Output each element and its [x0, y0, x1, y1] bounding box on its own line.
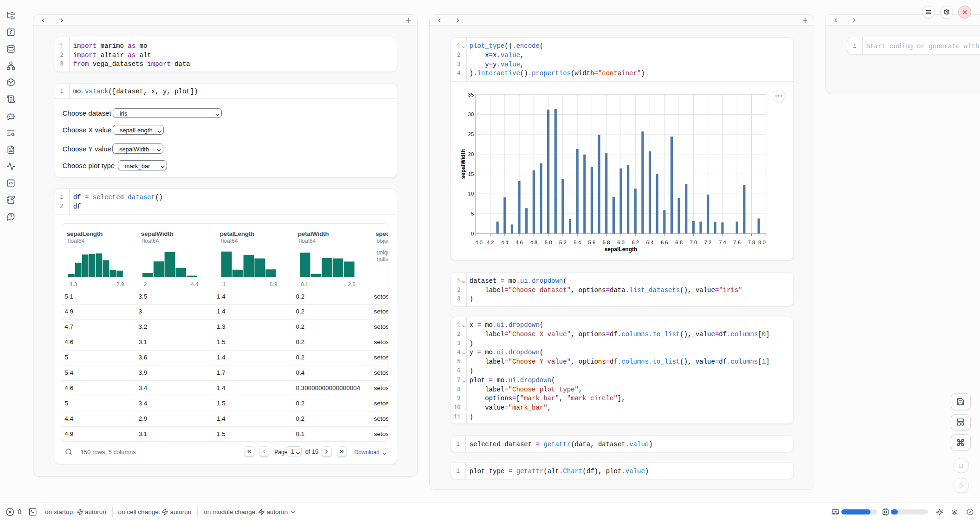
svg-text:6.0: 6.0	[617, 240, 625, 245]
svg-text:5.2: 5.2	[559, 240, 567, 245]
svg-text:30: 30	[468, 112, 474, 117]
svg-text:6.2: 6.2	[632, 240, 639, 245]
svg-text:sepalLength: sepalLength	[605, 246, 638, 253]
svg-text:25: 25	[468, 131, 474, 137]
svg-text:6.4: 6.4	[646, 240, 654, 245]
svg-text:7.4: 7.4	[719, 240, 726, 245]
svg-text:5.4: 5.4	[574, 240, 581, 245]
svg-text:35: 35	[468, 92, 474, 98]
svg-text:0: 0	[471, 231, 474, 236]
svg-text:4.2: 4.2	[487, 240, 494, 245]
svg-text:7.8: 7.8	[748, 240, 755, 245]
svg-text:4.0: 4.0	[475, 240, 483, 245]
svg-text:8.0: 8.0	[758, 240, 766, 245]
svg-text:5.8: 5.8	[603, 240, 610, 245]
svg-text:5.6: 5.6	[588, 240, 596, 245]
svg-text:7.2: 7.2	[704, 240, 712, 245]
svg-text:10: 10	[468, 191, 474, 197]
svg-text:5: 5	[471, 211, 474, 217]
svg-text:6.8: 6.8	[675, 240, 683, 245]
svg-text:6.6: 6.6	[661, 240, 668, 245]
svg-text:15: 15	[468, 171, 474, 177]
svg-text:4.6: 4.6	[516, 240, 523, 245]
svg-text:7.6: 7.6	[733, 240, 741, 245]
svg-text:20: 20	[468, 151, 474, 157]
svg-text:4.4: 4.4	[501, 240, 509, 245]
svg-text:5.0: 5.0	[545, 240, 552, 245]
svg-text:sepalWidth: sepalWidth	[460, 150, 466, 179]
svg-text:7.0: 7.0	[690, 240, 697, 245]
svg-text:4.8: 4.8	[530, 240, 537, 245]
